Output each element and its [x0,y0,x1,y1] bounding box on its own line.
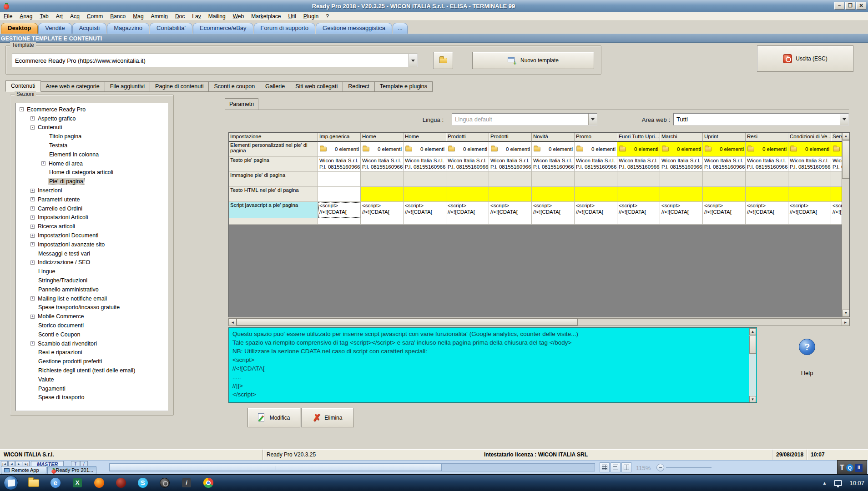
expand-icon[interactable]: + [30,315,35,319]
cell-condizioni-di-ve[interactable] [788,172,831,187]
column-header-resi[interactable]: Resi [746,133,788,142]
cell-home[interactable] [361,187,404,202]
menu-item-plugin[interactable]: Plugin [300,13,322,20]
column-header-uprint[interactable]: Uprint [703,133,746,142]
cell-prodotti[interactable] [446,172,489,187]
column-header-impostazione[interactable]: Impostazione [229,133,318,142]
taskbar-icon-spreadsheet[interactable]: X [69,476,86,490]
window-hscroll-thumb[interactable] [110,464,442,471]
main-tab-vendite[interactable]: Vendite [38,23,71,34]
cell-novit[interactable]: Wicon Italia S.r.l.P.I. 08155160966 [532,157,575,172]
expand-icon[interactable]: + [30,296,35,301]
cell-promo[interactable]: 0 elementi [575,142,617,157]
tree-item-home-di-area[interactable]: +Home di area [16,159,168,168]
cell-marchi[interactable] [660,172,703,187]
cell-home[interactable] [404,218,446,225]
tree-item-storico-documenti[interactable]: Storico documenti [16,321,168,330]
cell-home[interactable] [361,172,404,187]
tree-item-mailing-list-e-notifiche-email[interactable]: +Mailing list e notifiche email [16,294,168,303]
cell-novit[interactable] [532,172,575,187]
cell-uprint[interactable]: 0 elementi [703,142,746,157]
ready-pro-taskbar-button[interactable]: Ready Pro 201... [47,466,96,474]
cell-promo[interactable]: Wicon Italia S.r.l.P.I. 08155160966 [575,157,617,172]
tree-item-titolo-pagina[interactable]: Titolo pagina [16,132,168,141]
question-circle-icon[interactable]: ? [799,339,815,355]
cell-imp-generica[interactable] [318,218,361,225]
cell-promo[interactable] [575,218,617,225]
main-tab-magazzino[interactable]: Magazzino [107,23,149,34]
cell-home[interactable]: Wicon Italia S.r.l.P.I. 08155160966 [361,157,404,172]
content-tab-aree-web-e-categorie[interactable]: Aree web e categorie [41,81,105,92]
cell-prodotti[interactable] [446,218,489,225]
cell-prodotti[interactable]: 0 elementi [446,142,489,157]
taskbar-icon-skype[interactable]: S [135,476,151,490]
cell-promo[interactable]: <script>//<![CDATA[ [575,202,617,218]
exit-button[interactable]: Uscita (ESC) [757,45,853,72]
content-tab-gallerie[interactable]: Gallerie [260,81,290,92]
cell-fuori-tutto-upri[interactable] [617,172,660,187]
tree-item-pannello-amministrativo[interactable]: Pannello amministrativo [16,285,168,294]
tree-item-pie-di-pagina[interactable]: Pie' di pagina [16,177,168,186]
cell-resi[interactable] [746,187,788,202]
tree-item-elementi-in-colonna[interactable]: Elementi in colonna [16,150,168,159]
tree-item-richieste-degli-utenti-testi-delle-email[interactable]: Richieste degli utenti (testi delle emai… [16,366,168,375]
cell-resi[interactable]: 0 elementi [746,142,788,157]
template-select[interactable]: Ecommerce Ready Pro (https://www.wiconit… [12,54,418,67]
column-header-home[interactable]: Home [361,133,404,142]
cell-home[interactable]: <script>//<![CDATA[ [404,202,446,218]
scroll-up-icon[interactable]: ▲ [842,133,850,140]
chevron-down-icon[interactable] [409,54,417,67]
cell-fuori-tutto-upri[interactable] [617,218,660,225]
taskbar-icon-media-app[interactable] [156,476,173,490]
cell-prodotti[interactable]: <script>//<![CDATA[ [446,202,489,218]
cell-novit[interactable] [532,218,575,225]
language-bar-t-icon[interactable]: T [840,464,844,472]
cell-home[interactable]: 0 elementi [404,142,446,157]
cell-resi[interactable] [746,172,788,187]
cell-prodotti[interactable]: Wicon Italia S.r.l.P.I. 08155160966 [489,157,532,172]
open-template-folder-button[interactable] [433,52,453,69]
expand-icon[interactable]: + [30,234,35,238]
cell-marchi[interactable]: <script>//<![CDATA[ [660,202,703,218]
scroll-right-icon[interactable]: ► [842,319,849,326]
menu-item-banco[interactable]: Banco [106,13,129,20]
content-tab-file-aggiuntivi[interactable]: File aggiuntivi [105,81,150,92]
minimize-icon[interactable]: – [834,2,844,10]
cell-prodotti[interactable]: 0 elementi [489,142,532,157]
cell-prodotti[interactable]: Wicon Italia S.r.l.P.I. 08155160966 [446,157,489,172]
expand-icon[interactable]: + [30,242,35,246]
main-tab-desktop[interactable]: Desktop [1,23,38,34]
content-tab-redirect[interactable]: Redirect [343,81,375,92]
view-grid-button[interactable] [600,462,610,472]
scroll-down-icon[interactable]: ▼ [842,310,850,317]
menu-item-util[interactable]: Util [285,13,300,20]
language-bar-q-icon[interactable]: Q [846,464,853,471]
column-header-fuori-tutto-upri[interactable]: Fuori Tutto Upri... [617,133,660,142]
cell-marchi[interactable]: Wicon Italia S.r.l.P.I. 08155160966 [660,157,703,172]
taskbar-icon-internet-explorer[interactable]: e [47,476,64,490]
tree-item-lingue[interactable]: Lingue [16,267,168,276]
content-tab-pagine-di-contenuti[interactable]: Pagine di contenuti [150,81,209,92]
cell-home[interactable]: <script>//<![CDATA[ [361,202,404,218]
network-monitor-icon[interactable] [834,480,842,486]
lingua-select[interactable]: Lingua default [452,113,597,125]
view-columns-button[interactable] [621,462,631,472]
expand-icon[interactable]: + [41,161,45,165]
cell-fuori-tutto-upri[interactable]: 0 elementi [617,142,660,157]
tree-item-messaggi-e-testi-vari[interactable]: Messaggi e testi vari [16,249,168,258]
column-header-novit[interactable]: Novità [532,133,575,142]
taskbar-icon-info-app[interactable]: i [178,476,195,490]
help-button[interactable]: ? Help [791,339,823,376]
tree-item-resi-e-riparazioni[interactable]: Resi e riparazioni [16,348,168,357]
main-tab-contabilita[interactable]: Contabilita' [150,23,192,34]
column-header-home[interactable]: Home [404,133,446,142]
cell-prodotti[interactable] [446,187,489,202]
language-bar-ii-icon[interactable]: II [855,464,863,472]
tree-item-spese-trasporto-incasso-gratuite[interactable]: Spese trasporto/incasso gratuite [16,303,168,312]
menu-item-acq[interactable]: Acq [66,13,83,20]
cell-prodotti[interactable] [489,172,532,187]
cell-fuori-tutto-upri[interactable]: <script>//<![CDATA[ [617,202,660,218]
tree-item-gestione-prodotti-preferiti[interactable]: Gestione prodotti preferiti [16,357,168,366]
tree-item-carrello-ed-ordini[interactable]: +Carrello ed Ordini [16,204,168,213]
menu-item-marketplace[interactable]: Marketplace [247,13,284,20]
